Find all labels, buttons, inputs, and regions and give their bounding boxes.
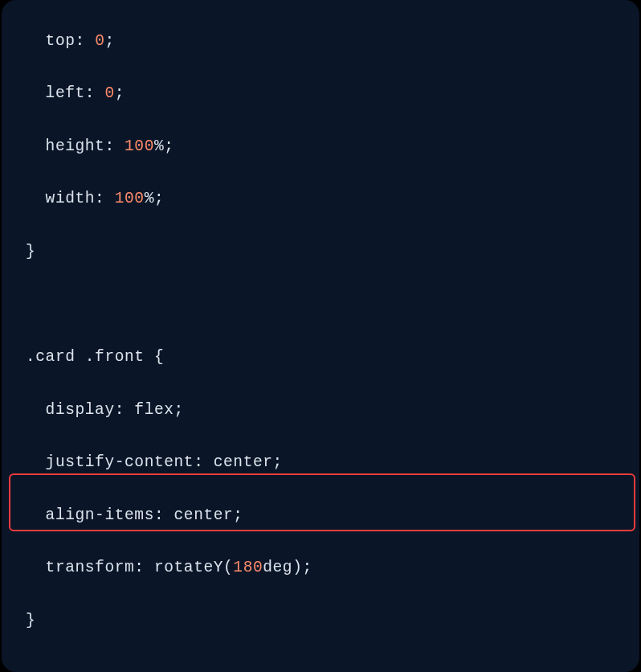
code-line: align-items: center; (2, 502, 639, 529)
code-block: top: 0; left: 0; height: 100%; width: 10… (2, 2, 639, 672)
css-property: height: (46, 137, 125, 155)
css-brace: } (26, 612, 35, 629)
css-punct: ; (104, 32, 114, 50)
css-property: width: (46, 190, 115, 207)
code-line: .card .front { (2, 344, 639, 371)
code-line: transform: rotateY(180deg); (2, 555, 639, 581)
css-property: left: (46, 84, 105, 102)
code-line: justify-content: center; (2, 449, 639, 476)
css-punct: ; (115, 84, 125, 102)
css-property: top: (46, 32, 96, 50)
css-punct: %; (154, 137, 174, 155)
code-line: } (2, 239, 639, 265)
css-number: 180 (233, 559, 263, 576)
code-line-blank (2, 660, 639, 672)
css-property: align-items: center; (46, 506, 243, 524)
css-property: justify-content: center; (46, 453, 283, 471)
css-selector: .card .front { (26, 348, 164, 366)
css-property: transform: rotateY( (46, 559, 234, 576)
code-line: left: 0; (2, 80, 639, 107)
code-line: display: flex; (2, 397, 639, 424)
css-number: 0 (104, 84, 114, 102)
css-brace: } (26, 243, 35, 260)
css-number: 0 (95, 32, 104, 50)
css-value: deg); (263, 559, 312, 576)
code-line: } (2, 608, 639, 634)
code-line-blank (2, 291, 639, 318)
css-property: display: flex; (46, 401, 184, 419)
css-number: 100 (125, 137, 154, 155)
code-line: height: 100%; (2, 133, 639, 160)
css-punct: %; (145, 190, 165, 207)
css-number: 100 (115, 190, 145, 207)
code-editor: top: 0; left: 0; height: 100%; width: 10… (2, 0, 639, 672)
code-line: top: 0; (2, 28, 639, 55)
code-line: width: 100%; (2, 186, 639, 212)
